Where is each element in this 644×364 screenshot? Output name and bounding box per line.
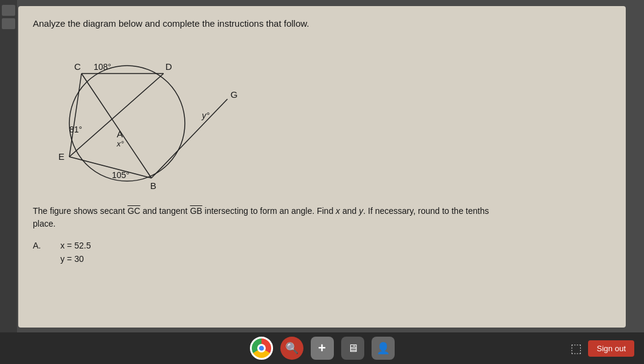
angle-c-label: 108° — [94, 62, 111, 72]
chrome-icon-button[interactable] — [250, 337, 273, 360]
answer-values: x = 52.5 y = 30 — [60, 239, 91, 266]
angle-e-label: 81° — [69, 125, 82, 134]
diagram-area: C D G E B A 108° 81° x° 105° y° — [33, 38, 611, 196]
sign-out-button[interactable]: Sign out — [588, 340, 634, 357]
answer-x-value: x = 52.5 — [60, 239, 91, 252]
person-icon: 👤 — [376, 342, 390, 355]
geometry-diagram: C D G E B A 108° 81° x° 105° y° — [33, 38, 288, 196]
svg-line-6 — [151, 99, 227, 178]
angle-b-label: 105° — [112, 170, 130, 180]
answer-section: A. x = 52.5 y = 30 — [33, 239, 611, 266]
label-a: A — [117, 129, 123, 139]
angle-x-label: x° — [116, 139, 124, 148]
svg-line-3 — [69, 74, 81, 157]
person-icon-button[interactable]: 👤 — [372, 337, 395, 360]
label-b: B — [150, 180, 156, 191]
diagram-svg: C D G E B A 108° 81° x° 105° y° — [33, 38, 276, 193]
angle-y-label: y° — [201, 111, 210, 120]
svg-point-0 — [69, 66, 185, 181]
desc-end: intersecting to form an angle. Find x an… — [205, 206, 489, 216]
description-text: The figure shows secant GC and tangent G… — [33, 205, 611, 230]
taskbar-right-section: ⬚ Sign out — [570, 340, 634, 357]
sidebar-item — [2, 18, 15, 29]
secant-label: GC — [128, 206, 140, 216]
left-sidebar — [0, 0, 17, 332]
plus-icon-button[interactable]: + — [311, 337, 334, 360]
tangent-label: GB — [190, 206, 202, 216]
label-e: E — [58, 151, 64, 162]
monitor-icon: 🖥 — [347, 342, 358, 355]
label-g: G — [230, 89, 238, 100]
taskbar: 🔍 + 🖥 👤 ⬚ Sign out — [0, 332, 644, 364]
instruction-text: Analyze the diagram below and complete t… — [33, 18, 611, 29]
search-icon: 🔍 — [285, 342, 299, 355]
label-c: C — [74, 61, 81, 72]
answer-y-value: y = 30 — [60, 252, 91, 266]
desc-line1: The figure shows secant — [33, 206, 125, 216]
plus-icon: + — [318, 340, 326, 356]
screen-icon: ⬚ — [570, 341, 582, 355]
label-d: D — [165, 61, 172, 72]
answer-choice-label: A. — [33, 241, 41, 250]
search-icon-button[interactable]: 🔍 — [280, 337, 303, 360]
monitor-icon-button[interactable]: 🖥 — [341, 337, 364, 360]
desc-and: and tangent — [143, 206, 188, 216]
desc-line2: place. — [33, 219, 55, 228]
main-content-panel: Analyze the diagram below and complete t… — [18, 6, 626, 328]
sidebar-item — [2, 5, 15, 16]
